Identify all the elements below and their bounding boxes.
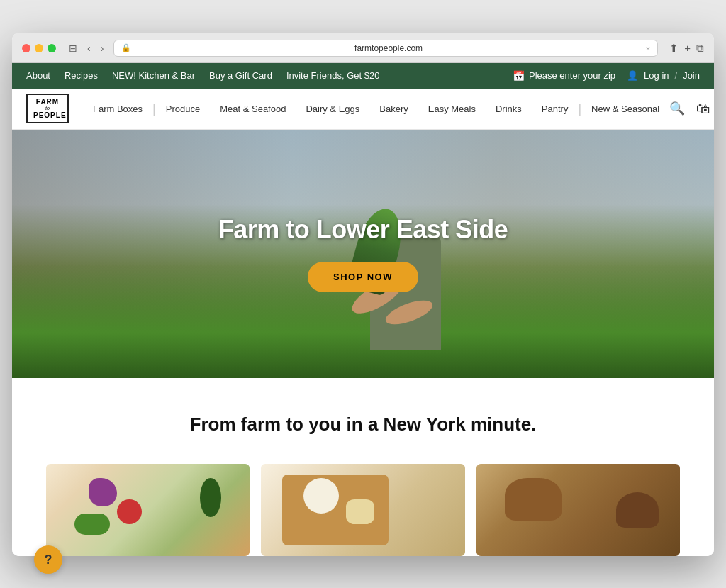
site-content: About Recipes NEW! Kitchen & Bar Buy a G… (12, 63, 714, 556)
produce-card[interactable] (46, 464, 250, 556)
top-bar-right: 📅 Please enter your zip 👤 Log in / Join (513, 70, 700, 82)
nav-easy-meals[interactable]: Easy Meals (418, 104, 486, 114)
bakery-card[interactable] (476, 464, 680, 556)
join-link[interactable]: Join (683, 70, 700, 81)
nav-farm-boxes[interactable]: Farm Boxes (83, 104, 152, 114)
calendar-icon: 📅 (513, 70, 525, 82)
auth-divider: / (675, 70, 678, 81)
close-button[interactable] (22, 44, 30, 52)
user-icon: 👤 (627, 70, 638, 81)
nav-pantry[interactable]: Pantry (532, 104, 579, 114)
eggplant-icon (89, 478, 117, 506)
logo[interactable]: FARM to PEOPLE (26, 94, 69, 123)
logo-farm-text: FARM (33, 98, 62, 106)
search-button[interactable]: 🔍 (669, 101, 685, 116)
herb-icon (200, 478, 221, 517)
cheese-round-icon (303, 478, 339, 514)
lock-icon: 🔒 (121, 43, 131, 52)
nav-produce[interactable]: Produce (156, 104, 210, 114)
kitchen-bar-link[interactable]: NEW! Kitchen & Bar (112, 70, 195, 81)
cart-button[interactable]: 🛍 (696, 101, 710, 117)
window-icon-button[interactable]: ⊟ (66, 41, 80, 55)
url-text[interactable]: farmtopeople.com (135, 43, 641, 53)
hero-content: Farm to Lower East Side SHOP NOW (218, 215, 508, 292)
top-navigation-bar: About Recipes NEW! Kitchen & Bar Buy a G… (12, 63, 714, 89)
back-button[interactable]: ‹ (84, 41, 94, 55)
close-tab-button[interactable]: × (646, 44, 650, 52)
auth-links: 👤 Log in / Join (627, 70, 700, 81)
greens-icon (74, 514, 110, 535)
browser-controls: ⊟ ‹ › (66, 41, 106, 55)
product-cards-row (12, 464, 714, 556)
nav-dairy-eggs[interactable]: Dairy & Eggs (296, 104, 369, 114)
invite-link[interactable]: Invite Friends, Get $20 (286, 70, 380, 81)
new-tab-button[interactable]: + (684, 42, 691, 55)
shop-now-button[interactable]: SHOP NOW (308, 262, 418, 292)
nav-new-seasonal[interactable]: New & Seasonal (581, 104, 669, 114)
nav-meat-seafood[interactable]: Meat & Seafood (210, 104, 296, 114)
tagline-text: From farm to you in a New York minute. (26, 414, 700, 436)
logo-to-text: to (33, 106, 62, 111)
zip-area[interactable]: 📅 Please enter your zip (513, 70, 615, 82)
browser-window: ⊟ ‹ › 🔒 farmtopeople.com × ⬆ + ⧉ About R… (12, 33, 714, 556)
address-bar[interactable]: 🔒 farmtopeople.com × (113, 40, 658, 57)
dairy-card[interactable] (261, 464, 464, 556)
tabs-button[interactable]: ⧉ (696, 42, 704, 55)
zip-placeholder[interactable]: Please enter your zip (529, 70, 615, 81)
login-link[interactable]: Log in (644, 70, 669, 81)
nav-links: Farm Boxes | Produce Meat & Seafood Dair… (83, 101, 669, 116)
nav-bakery[interactable]: Bakery (369, 104, 418, 114)
loaf-icon (505, 478, 562, 521)
bread-slice-icon (616, 492, 659, 528)
forward-button[interactable]: › (98, 41, 107, 55)
traffic-lights (22, 44, 56, 52)
help-icon: ? (45, 553, 52, 556)
top-bar-links: About Recipes NEW! Kitchen & Bar Buy a G… (26, 70, 513, 81)
maximize-button[interactable] (48, 44, 56, 52)
hero-title: Farm to Lower East Side (218, 215, 508, 245)
tagline-section: From farm to you in a New York minute. (12, 378, 714, 464)
main-navigation: FARM to PEOPLE Farm Boxes | Produce Meat… (12, 89, 714, 130)
browser-titlebar: ⊟ ‹ › 🔒 farmtopeople.com × ⬆ + ⧉ (12, 33, 714, 63)
nav-drinks[interactable]: Drinks (486, 104, 532, 114)
nav-right-actions: 🔍 🛍 (669, 101, 710, 117)
hero-section: Farm to Lower East Side SHOP NOW (12, 130, 714, 378)
share-button[interactable]: ⬆ (669, 42, 678, 55)
about-link[interactable]: About (26, 70, 50, 81)
cheese-wedge-icon (346, 499, 374, 524)
gift-card-link[interactable]: Buy a Gift Card (209, 70, 272, 81)
tomato-icon (117, 499, 142, 524)
minimize-button[interactable] (35, 44, 43, 52)
logo-people-text: PEOPLE (33, 111, 62, 119)
browser-actions: ⬆ + ⧉ (669, 42, 704, 55)
recipes-link[interactable]: Recipes (65, 70, 98, 81)
